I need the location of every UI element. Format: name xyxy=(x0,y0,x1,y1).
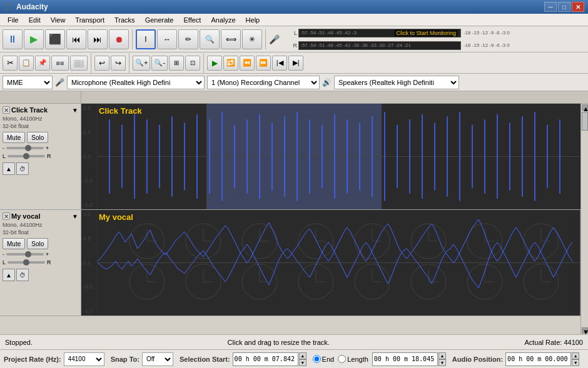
menu-help[interactable]: Help xyxy=(241,15,265,25)
envelope-tool[interactable]: ↔ xyxy=(157,29,177,49)
vu-bar-bottom[interactable]: -57 -54 -51 -48 -45 -42 -39 -36 -33 -30 … xyxy=(298,41,461,50)
paste-button[interactable]: 📌 xyxy=(35,56,50,71)
click-solo-button[interactable]: Solo xyxy=(27,132,48,143)
menu-generate[interactable]: Generate xyxy=(140,15,179,25)
click-track-close[interactable]: ✕ xyxy=(3,106,10,114)
vocal-gain: - + xyxy=(3,251,78,257)
skip-fwd[interactable]: ▶| xyxy=(288,56,303,71)
vocal-solo-button[interactable]: Solo xyxy=(27,238,48,249)
vocal-waveform-svg xyxy=(97,210,580,316)
status-stopped: Stopped. xyxy=(5,339,33,346)
scroll-up-btn[interactable]: ▲ xyxy=(582,104,588,111)
cut-button[interactable]: ✂ xyxy=(3,56,18,71)
vocal-mute-button[interactable]: Mute xyxy=(3,238,25,249)
audio-pos-down[interactable]: ▼ xyxy=(572,359,579,366)
vu-r-label: R xyxy=(285,42,297,49)
end-radio[interactable] xyxy=(313,355,321,363)
vocal-track-arrow[interactable]: ▼ xyxy=(72,213,78,220)
timeline-ruler[interactable]: -5 0 5 10 15 20 25 30 xyxy=(0,91,588,104)
menu-tracks[interactable]: Tracks xyxy=(109,15,140,25)
vertical-scrollbar[interactable]: ▲ ▼ xyxy=(580,104,588,334)
pause-button[interactable]: ⏸ xyxy=(3,29,23,49)
click-mute-button[interactable]: Mute xyxy=(3,132,25,143)
maximize-button[interactable]: □ xyxy=(558,2,570,12)
status-right: Actual Rate: 44100 xyxy=(524,339,583,346)
undo-button[interactable]: ↩ xyxy=(94,56,109,71)
app-title: Audacity xyxy=(16,2,48,11)
click-track: ✕ Click Track ▼ Mono, 44100Hz32-bit floa… xyxy=(0,104,580,210)
stop-button[interactable]: ⬛ xyxy=(45,29,65,49)
trim-button[interactable]: ≡≡ xyxy=(51,56,69,71)
project-rate-select[interactable]: 44100 xyxy=(64,352,104,366)
redo-button[interactable]: ↪ xyxy=(111,56,126,71)
vu-bar-top[interactable]: -57 -54 -51 -48 -45 -42 -3 Click to Star… xyxy=(298,29,461,37)
end-input[interactable] xyxy=(372,352,438,366)
timeshift-tool[interactable]: ⟺ xyxy=(221,29,241,49)
zoom-tool[interactable]: 🔍 xyxy=(200,29,220,49)
zoom-fit-button[interactable]: ⊡ xyxy=(185,56,200,71)
multi-tool[interactable]: ✳ xyxy=(242,29,262,49)
audio-pos-input[interactable] xyxy=(505,352,571,366)
click-gain-slider[interactable] xyxy=(6,147,44,149)
tracks-wrapper: ✕ Click Track ▼ Mono, 44100Hz32-bit floa… xyxy=(0,104,588,334)
loop-button[interactable]: 🔁 xyxy=(223,56,238,71)
length-radio-label[interactable]: Length xyxy=(338,355,368,363)
sel-start-up[interactable]: ▲ xyxy=(299,352,307,359)
minimize-button[interactable]: ─ xyxy=(544,2,557,12)
menu-file[interactable]: File xyxy=(3,15,24,25)
click-timer-btn[interactable]: ⏱ xyxy=(16,162,29,175)
audio-host-select[interactable]: MME xyxy=(3,76,53,89)
sel-start-down[interactable]: ▼ xyxy=(299,359,307,366)
skip-back[interactable]: |◀ xyxy=(272,56,287,71)
menu-edit[interactable]: Edit xyxy=(24,15,46,25)
app-icon: 🎵 xyxy=(4,2,13,11)
input-device-select[interactable]: Microphone (Realtek High Defini xyxy=(67,76,205,89)
vocal-track-close[interactable]: ✕ xyxy=(3,212,10,220)
vocal-timer-btn[interactable]: ⏱ xyxy=(16,269,29,281)
play-button[interactable]: ▶ xyxy=(24,29,44,49)
click-to-monitor[interactable]: Click to Start Monitoring xyxy=(394,29,458,37)
vocal-track-waveform[interactable]: 1.0 0.5 0.0 -0.5 -1.0 My vocal xyxy=(81,210,580,316)
sel-start-input[interactable] xyxy=(233,352,298,366)
menu-transport[interactable]: Transport xyxy=(70,15,109,25)
audio-pos-up[interactable]: ▲ xyxy=(572,352,579,359)
click-collapse-btn[interactable]: ▲ xyxy=(3,162,15,175)
end-up[interactable]: ▲ xyxy=(438,352,446,359)
zoom-out-button[interactable]: 🔍- xyxy=(151,56,168,71)
fwd-button[interactable]: ⏩ xyxy=(256,56,271,71)
play-green[interactable]: ▶ xyxy=(207,56,222,71)
vocal-pan: L R xyxy=(3,259,78,266)
end-down[interactable]: ▼ xyxy=(438,359,446,366)
project-rate-group: Project Rate (Hz): 44100 xyxy=(4,352,104,366)
scroll-down-btn[interactable]: ▼ xyxy=(582,327,588,334)
end-radio-label[interactable]: End xyxy=(313,355,335,363)
sel-start-spinner: ▲ ▼ xyxy=(299,352,307,366)
click-track-waveform[interactable]: 1.0 0.5 0.0 -0.5 -1.0 Click Track xyxy=(81,104,580,209)
menu-effect[interactable]: Effect xyxy=(179,15,206,25)
scroll-thumb[interactable] xyxy=(582,112,588,131)
zoom-in-button[interactable]: 🔍+ xyxy=(133,56,150,71)
window-controls: ─ □ ✕ xyxy=(544,2,584,12)
vocal-collapse-btn[interactable]: ▲ xyxy=(3,269,15,281)
close-button[interactable]: ✕ xyxy=(572,2,584,12)
click-track-arrow[interactable]: ▼ xyxy=(72,107,78,114)
back-button[interactable]: ⏪ xyxy=(240,56,255,71)
output-device-select[interactable]: Speakers (Realtek High Definiti xyxy=(334,76,459,89)
length-radio[interactable] xyxy=(338,355,346,363)
draw-tool[interactable]: ✏ xyxy=(178,29,198,49)
silence-button[interactable]: ░░ xyxy=(70,56,88,71)
channel-select[interactable]: 1 (Mono) Recording Channel xyxy=(207,76,320,89)
rewind-button[interactable]: ⏮ xyxy=(66,29,86,49)
snap-select[interactable]: Off xyxy=(142,352,173,366)
select-tool[interactable]: I xyxy=(136,29,156,49)
device-bar: MME 🎤 Microphone (Realtek High Defini 1 … xyxy=(0,74,588,91)
menu-analyze[interactable]: Analyze xyxy=(206,15,240,25)
record-button[interactable]: ⏺ xyxy=(109,29,129,49)
forward-button[interactable]: ⏭ xyxy=(88,29,108,49)
vocal-pan-slider[interactable] xyxy=(8,261,45,264)
click-pan-slider[interactable] xyxy=(8,155,45,157)
zoom-sel-button[interactable]: ⊞ xyxy=(169,56,184,71)
copy-button[interactable]: 📋 xyxy=(19,56,34,71)
vocal-gain-slider[interactable] xyxy=(6,253,44,256)
menu-view[interactable]: View xyxy=(46,15,71,25)
